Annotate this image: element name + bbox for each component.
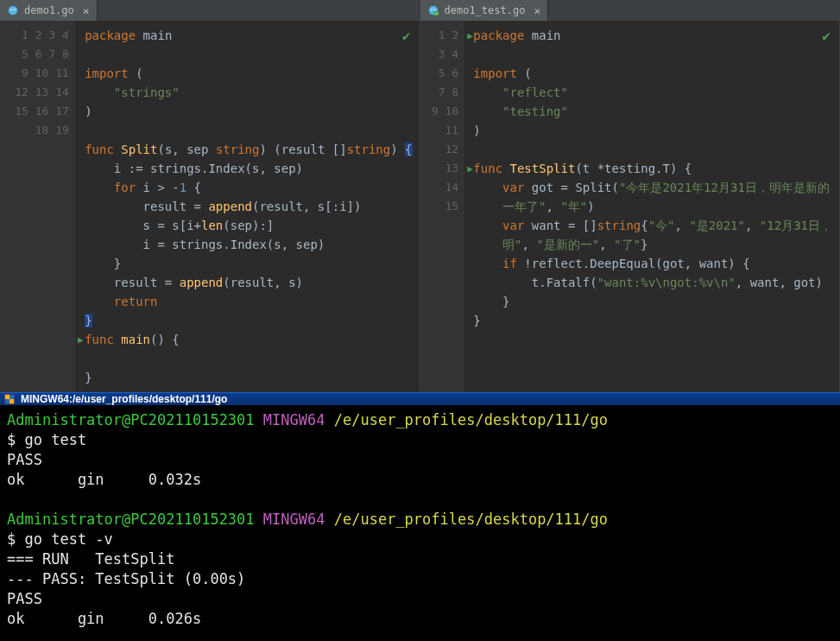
svg-rect-9: [9, 395, 14, 399]
svg-point-5: [433, 9, 435, 10]
svg-point-1: [10, 9, 12, 10]
editor-split: demo1.go × 1 2 3 4 5 6 7 8 9 10 11 12 13…: [0, 0, 840, 392]
terminal-output[interactable]: Administrator@PC202110152301 MINGW64 /e/…: [0, 405, 840, 641]
terminal-app-icon: [3, 393, 16, 405]
svg-rect-11: [9, 399, 14, 403]
tab-demo1[interactable]: demo1.go ×: [0, 0, 98, 21]
analysis-ok-icon: ✔: [402, 28, 411, 44]
tab-demo1-test[interactable]: demo1_test.go ×: [420, 0, 549, 21]
terminal-title-bar[interactable]: MINGW64:/e/user_profiles/desktop/111/go: [0, 392, 840, 405]
code-area-left[interactable]: 1 2 3 4 5 6 7 8 9 10 11 12 13 14 15 16 1…: [0, 21, 420, 392]
svg-point-2: [14, 9, 16, 10]
tab-filename: demo1_test.go: [445, 4, 526, 16]
svg-point-0: [9, 6, 18, 16]
code-area-right[interactable]: 1 2 3 4 5 6 7 8 9 10 11 12 13 14 15 ▶▶ p…: [420, 21, 840, 392]
terminal-lines: Administrator@PC202110152301 MINGW64 /e/…: [7, 410, 833, 629]
go-file-icon: [7, 4, 19, 16]
close-icon[interactable]: ×: [83, 4, 90, 17]
svg-rect-8: [5, 395, 9, 399]
terminal-title-text: MINGW64:/e/user_profiles/desktop/111/go: [21, 393, 227, 405]
gutter-right: 1 2 3 4 5 6 7 8 9 10 11 12 13 14 15: [420, 21, 464, 392]
go-test-file-icon: [427, 4, 439, 16]
gutter-left: 1 2 3 4 5 6 7 8 9 10 11 12 13 14 15 16 1…: [0, 21, 74, 392]
code-right[interactable]: package main import ( "reflect" "testing…: [466, 21, 839, 392]
code-left[interactable]: package main import ( "strings" ) func S…: [78, 21, 419, 392]
tabs-left: demo1.go ×: [0, 0, 420, 21]
editor-pane-right: demo1_test.go × 1 2 3 4 5 6 7 8 9 10 11 …: [420, 0, 841, 392]
svg-rect-10: [5, 399, 9, 403]
editor-pane-left: demo1.go × 1 2 3 4 5 6 7 8 9 10 11 12 13…: [0, 0, 420, 392]
tab-filename: demo1.go: [24, 4, 74, 16]
analysis-ok-icon: ✔: [822, 28, 831, 44]
svg-point-4: [431, 9, 433, 10]
tabs-right: demo1_test.go ×: [420, 0, 840, 21]
close-icon[interactable]: ×: [534, 4, 540, 17]
